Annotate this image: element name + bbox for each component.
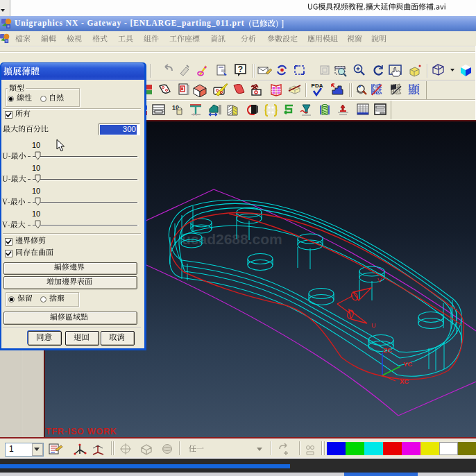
svg-text:PDA: PDA xyxy=(312,83,323,89)
svg-text:YC: YC xyxy=(403,360,412,368)
svg-text:?: ? xyxy=(238,65,243,74)
svg-text:TFR-ISO WORK: TFR-ISO WORK xyxy=(46,427,117,436)
svg-text:U: U xyxy=(371,322,376,329)
svg-text:XC: XC xyxy=(400,377,409,385)
svg-text:ZC: ZC xyxy=(383,346,392,354)
svg-text:V: V xyxy=(377,277,382,284)
